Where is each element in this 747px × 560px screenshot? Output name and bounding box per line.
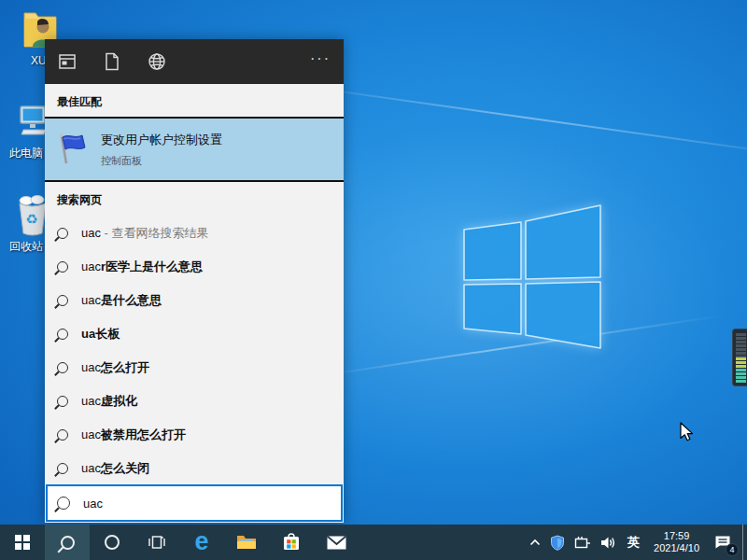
- store-button[interactable]: [269, 525, 314, 560]
- windows-logo-icon: [15, 535, 30, 550]
- documents-filter-icon[interactable]: [90, 39, 134, 84]
- search-suggestion[interactable]: uac虚拟化: [45, 385, 344, 418]
- action-center-button[interactable]: 4: [707, 525, 742, 560]
- gauge-stripes-gray: [736, 333, 746, 357]
- search-icon: [57, 261, 68, 273]
- best-match-header: 最佳匹配: [45, 84, 344, 117]
- taskbar: e: [0, 525, 747, 560]
- chevron-up-icon: [529, 539, 541, 546]
- search-flyout-panel: ··· 最佳匹配 更改用户帐户控制设置 控制面板 搜索网页 uac - 查看网络…: [45, 39, 344, 523]
- best-match-subtitle: 控制面板: [101, 154, 222, 168]
- desktop-icon-label: 回收站: [9, 239, 43, 255]
- search-suggestion[interactable]: uac是什么意思: [45, 284, 344, 317]
- search-icon: [57, 396, 68, 407]
- search-icon: [57, 497, 70, 510]
- file-explorer-icon: [236, 534, 257, 551]
- search-icon: [57, 329, 68, 340]
- clock-date: 2021/4/10: [654, 542, 699, 554]
- edge-gauge-widget[interactable]: [732, 329, 747, 386]
- web-filter-icon[interactable]: [134, 39, 179, 84]
- speaker-icon: [600, 536, 616, 550]
- edge-button[interactable]: e: [179, 525, 224, 560]
- apps-filter-icon[interactable]: [45, 39, 90, 84]
- search-input-box: [46, 484, 343, 522]
- search-icon: [57, 295, 68, 306]
- svg-text:♻: ♻: [25, 211, 37, 227]
- desktop-icon-this-pc[interactable]: 此电脑: [19, 105, 47, 149]
- web-suggestions-list: uac - 查看网络搜索结果 uacr医学上是什么意思 uac是什么意思 ua长…: [45, 217, 344, 485]
- search-icon: [57, 362, 68, 373]
- search-input[interactable]: [83, 497, 331, 511]
- ethernet-network-icon: [574, 536, 591, 550]
- desktop-icon-label: 此电脑: [9, 146, 43, 161]
- mail-button[interactable]: [314, 525, 359, 560]
- edge-icon: e: [194, 529, 208, 554]
- search-suggestion[interactable]: uac怎么关闭: [45, 452, 344, 485]
- this-pc-icon: [19, 105, 47, 146]
- search-filter-bar: ···: [45, 39, 344, 84]
- cortana-button[interactable]: [90, 525, 134, 560]
- windows-wallpaper-logo: [448, 187, 616, 364]
- gauge-stripes-teal: [736, 369, 746, 384]
- search-suggestion[interactable]: uacr医学上是什么意思: [45, 250, 344, 284]
- system-tray: 英 17:59 2021/4/10 4: [525, 525, 747, 560]
- mail-icon: [327, 536, 346, 550]
- start-button[interactable]: [0, 525, 45, 560]
- tray-chevron-button[interactable]: [525, 525, 545, 560]
- recycle-bin-icon: ♻: [15, 194, 49, 237]
- file-explorer-button[interactable]: [224, 525, 269, 560]
- search-suggestion[interactable]: uac - 查看网络搜索结果: [45, 217, 344, 250]
- store-icon: [282, 533, 301, 552]
- search-suggestion[interactable]: uac被禁用怎么打开: [45, 418, 344, 452]
- taskbar-search-button[interactable]: [45, 525, 90, 560]
- show-desktop-button[interactable]: [742, 525, 747, 560]
- task-view-button[interactable]: [134, 525, 179, 560]
- desktop: XU 此电脑 ♻ 回收站: [0, 0, 747, 560]
- shield-icon: [550, 535, 565, 551]
- mouse-cursor: [680, 422, 698, 442]
- uac-flag-icon: [54, 131, 92, 168]
- search-icon: [61, 536, 75, 550]
- clock-time: 17:59: [654, 530, 699, 542]
- best-match-result[interactable]: 更改用户帐户控制设置 控制面板: [45, 117, 344, 182]
- cortana-icon: [105, 535, 120, 550]
- search-suggestion[interactable]: ua长板: [45, 317, 344, 351]
- web-search-header: 搜索网页: [45, 182, 344, 215]
- network-tray-button[interactable]: [570, 525, 596, 560]
- search-suggestion[interactable]: uac怎么打开: [45, 351, 344, 385]
- task-view-icon: [148, 535, 165, 550]
- defender-tray-button[interactable]: [545, 525, 570, 560]
- gauge-stripes-yellow: [736, 357, 746, 369]
- taskbar-clock[interactable]: 17:59 2021/4/10: [646, 525, 707, 560]
- volume-tray-button[interactable]: [596, 525, 621, 560]
- search-icon: [57, 228, 68, 239]
- best-match-title: 更改用户帐户控制设置: [101, 132, 222, 148]
- ime-indicator[interactable]: 英: [621, 525, 646, 560]
- search-icon: [57, 463, 68, 474]
- search-icon: [57, 429, 68, 441]
- more-options-button[interactable]: ···: [310, 39, 344, 84]
- desktop-icon-recycle-bin[interactable]: ♻ 回收站: [15, 194, 49, 241]
- notification-badge: 4: [726, 543, 739, 556]
